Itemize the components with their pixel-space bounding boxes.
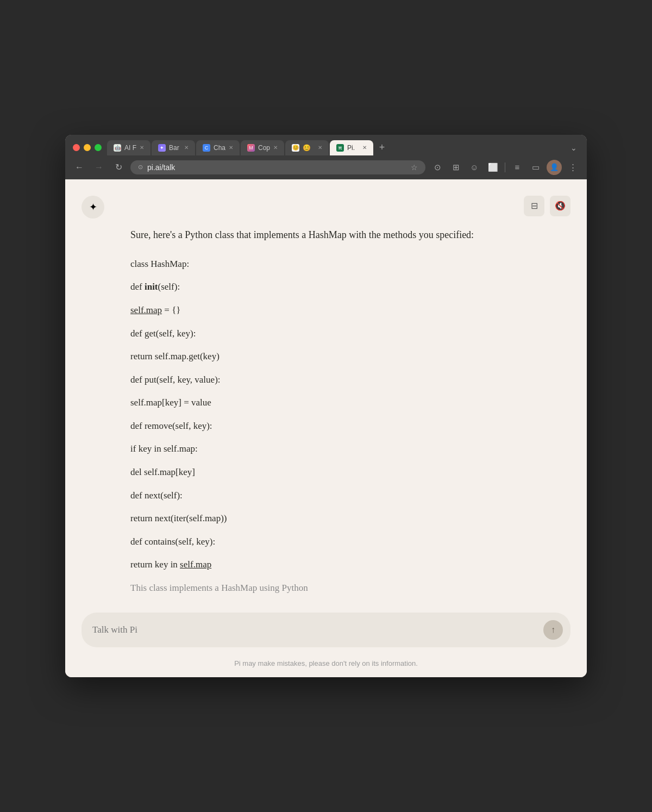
tab-label-pi: Pi. (347, 144, 355, 152)
chat-input[interactable] (92, 624, 538, 635)
code-line-put: def put(self, key, value): (130, 372, 549, 389)
history-button[interactable]: ⊟ (524, 196, 544, 216)
browser-chrome: 🤖 AI F ✕ ✦ Bar ✕ C Cha ✕ (65, 135, 587, 179)
page-content: ✦ ⊟ 🔇 Sure, here's a Python class that i… (65, 179, 587, 677)
code-line-empty-5 (130, 365, 549, 372)
tab-favicon-pi: π (336, 144, 344, 152)
mute-icon: 🔇 (555, 201, 566, 211)
history-icon: ⊟ (531, 201, 538, 211)
tab-label-emoji: 😊 (303, 144, 311, 152)
code-line-empty-7 (130, 411, 549, 418)
extensions-grid-icon[interactable]: ⊞ (448, 160, 463, 175)
code-line-empty-11 (130, 504, 549, 510)
tabs-container: 🤖 AI F ✕ ✦ Bar ✕ C Cha ✕ (107, 140, 565, 155)
profile-icon[interactable]: ☺ (467, 160, 482, 175)
code-line-empty-6 (130, 388, 549, 395)
tab-pi[interactable]: π Pi. ✕ (330, 140, 373, 155)
address-bar-row: ← → ↻ ⊙ pi.ai/talk ☆ ⊙ ⊞ ☺ ⬜ ≡ ▭ 👤 ⋮ (65, 155, 587, 179)
pi-logo-button[interactable]: ✦ (82, 196, 104, 218)
code-line-next: def next(self): (130, 488, 549, 504)
toolbar-divider (505, 163, 505, 172)
tab-label-bar: Bar (169, 144, 179, 152)
back-button[interactable]: ← (72, 160, 87, 175)
toolbar-icons: ⊙ ⊞ ☺ ⬜ ≡ ▭ 👤 ⋮ (430, 160, 580, 175)
init-bold: init (145, 282, 158, 292)
minimize-button[interactable] (84, 144, 91, 151)
code-line-empty-4 (130, 342, 549, 348)
code-line-empty-10 (130, 481, 549, 488)
tab-favicon-copilot: M (247, 144, 255, 152)
send-button[interactable]: ↑ (543, 620, 563, 640)
address-security-icon: ⊙ (138, 164, 143, 171)
tab-bar[interactable]: ✦ Bar ✕ (152, 140, 195, 155)
share-icon[interactable]: ⬜ (485, 160, 500, 175)
maximize-button[interactable] (95, 144, 102, 151)
mute-button[interactable]: 🔇 (550, 196, 570, 216)
code-line-selfmap: self.map = {} (130, 302, 549, 319)
tab-favicon-chat: C (203, 144, 210, 152)
code-line-get: def get(self, key): (130, 326, 549, 342)
tab-chat[interactable]: C Cha ✕ (196, 140, 240, 155)
browser-window: 🤖 AI F ✕ ✦ Bar ✕ C Cha ✕ (65, 135, 587, 677)
address-text: pi.ai/talk (147, 163, 406, 172)
code-line-return-next: return next(iter(self.map)) (130, 510, 549, 527)
code-line-del: del self.map[key] (130, 464, 549, 481)
address-field[interactable]: ⊙ pi.ai/talk ☆ (130, 160, 425, 174)
tab-label-chat: Cha (214, 144, 225, 152)
new-tab-button[interactable]: + (374, 140, 390, 155)
bookmark-icon[interactable]: ☆ (411, 163, 418, 172)
code-line-init: def init(self): (130, 279, 549, 296)
tab-label-ai: AI F (124, 144, 136, 152)
code-line-return-get: return self.map.get(key) (130, 348, 549, 365)
tab-favicon-bar: ✦ (158, 144, 166, 152)
code-line-empty-12 (130, 527, 549, 534)
reload-button[interactable]: ↻ (111, 160, 126, 175)
header-actions: ⊟ 🔇 (524, 196, 570, 216)
input-area: ↑ (65, 605, 587, 653)
code-line-ifkey: if key in self.map: (130, 441, 549, 458)
selfmap-underline-2: self.map (180, 559, 211, 570)
tab-favicon-emoji: 😊 (292, 144, 299, 152)
intro-text: Sure, here's a Python class that impleme… (130, 227, 549, 243)
tab-favicon-ai: 🤖 (114, 144, 121, 152)
cast-icon[interactable]: ⊙ (430, 160, 445, 175)
tab-label-copilot: Cop (258, 144, 270, 152)
traffic-lights (71, 144, 106, 151)
tabs-chevron[interactable]: ⌄ (566, 140, 581, 155)
selfmap-underline: self.map (130, 305, 162, 315)
code-line-empty-9 (130, 458, 549, 464)
tab-close-bar[interactable]: ✕ (184, 145, 189, 151)
tab-emoji[interactable]: 😊 😊 ✕ (285, 140, 329, 155)
input-wrapper: ↑ (82, 613, 570, 647)
code-line-contains: def contains(self, key): (130, 534, 549, 551)
pi-header: ✦ ⊟ 🔇 (65, 190, 587, 227)
close-button[interactable] (73, 144, 80, 151)
chat-body: Sure, here's a Python class that impleme… (65, 227, 587, 605)
code-line-faded: This class implements a HashMap using Py… (130, 580, 549, 594)
split-view-icon[interactable]: ▭ (528, 160, 543, 175)
code-line-empty-8 (130, 434, 549, 441)
tab-ai[interactable]: 🤖 AI F ✕ (107, 140, 151, 155)
tab-copilot[interactable]: M Cop ✕ (241, 140, 284, 155)
user-avatar[interactable]: 👤 (547, 160, 562, 175)
code-line-remove: def remove(self, key): (130, 418, 549, 435)
code-line-selfmap-key: self.map[key] = value (130, 395, 549, 411)
code-line-empty-13 (130, 550, 549, 557)
tab-close-emoji[interactable]: ✕ (318, 145, 322, 151)
code-line-empty-2 (130, 296, 549, 302)
code-line-class: class HashMap: (130, 256, 549, 273)
menu-icon[interactable]: ⋮ (565, 160, 580, 175)
tab-close-chat[interactable]: ✕ (229, 145, 233, 151)
code-line-empty-1 (130, 272, 549, 279)
code-line-empty-14 (130, 573, 549, 580)
forward-button[interactable]: → (91, 160, 106, 175)
code-line-empty-3 (130, 319, 549, 326)
tab-close-pi[interactable]: ✕ (362, 145, 367, 151)
tab-close-copilot[interactable]: ✕ (273, 145, 278, 151)
tab-bar: 🤖 AI F ✕ ✦ Bar ✕ C Cha ✕ (65, 135, 587, 155)
code-line-return-contains: return key in self.map (130, 557, 549, 573)
tab-close-ai[interactable]: ✕ (140, 145, 144, 151)
disclaimer: Pi may make mistakes, please don't rely … (65, 653, 587, 677)
code-block: class HashMap: def init(self): self.map … (130, 256, 549, 594)
playlist-icon[interactable]: ≡ (510, 160, 525, 175)
